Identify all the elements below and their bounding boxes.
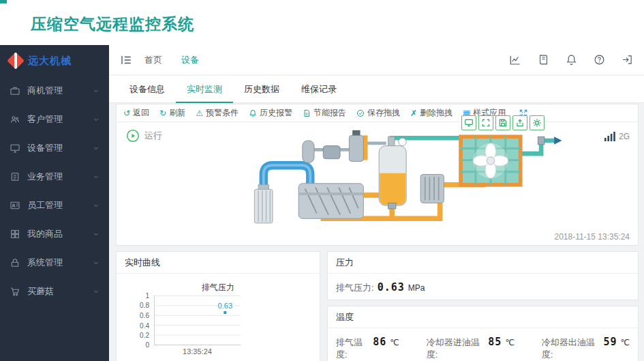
export-button[interactable] bbox=[512, 115, 527, 130]
save-drag-label: 保存拖拽 bbox=[367, 107, 400, 119]
topbar-actions bbox=[509, 54, 633, 66]
delete-drag-button[interactable]: ✗删除拖拽 bbox=[410, 107, 453, 119]
trend-chart-icon[interactable] bbox=[509, 54, 521, 66]
pressure-panel: 压力 排气压力: 0.63 MPa bbox=[327, 251, 639, 300]
pressure-readings: 排气压力: 0.63 MPa bbox=[328, 274, 638, 302]
logo[interactable]: 远大机械 bbox=[0, 45, 109, 76]
chevron-down-icon bbox=[93, 288, 99, 295]
sidebar: 远大机械 商机管理 客户管理 设备管理 业务管理 员工管理 我的商品 系统管理 bbox=[0, 45, 109, 361]
network-status: 2G bbox=[604, 132, 630, 141]
history-alarm-button[interactable]: 历史报警 bbox=[249, 107, 292, 119]
logo-text: 远大机械 bbox=[28, 55, 72, 68]
y-tick: 0.6 bbox=[117, 312, 149, 319]
sidebar-item-shop[interactable]: 买蘑菇 bbox=[0, 277, 109, 306]
top-navbar: 首页 设备 bbox=[109, 45, 644, 75]
undo-icon: ↺ bbox=[123, 109, 130, 117]
sidebar-item-label: 员工管理 bbox=[27, 199, 93, 212]
nav-tab-home[interactable]: 首页 bbox=[144, 54, 162, 66]
users-icon bbox=[10, 114, 20, 125]
cooler-oil-in-reading: 冷却器进油温度: 85 ℃ bbox=[427, 336, 515, 361]
tab-realtime-monitor[interactable]: 实时监测 bbox=[176, 76, 233, 103]
cooler-oil-out-reading: 冷却器出油温度: 59 ℃ bbox=[542, 336, 630, 361]
logout-icon[interactable] bbox=[622, 54, 633, 66]
pressure-label: 排气压力: bbox=[336, 282, 374, 294]
curve-panel-title: 实时曲线 bbox=[117, 252, 320, 274]
pressure-reading: 排气压力: 0.63 MPa bbox=[336, 281, 425, 294]
gear-icon[interactable] bbox=[530, 115, 545, 130]
back-button[interactable]: ↺返回 bbox=[123, 107, 149, 119]
network-type-label: 2G bbox=[619, 132, 630, 141]
play-circle-icon[interactable] bbox=[126, 129, 140, 143]
sidebar-item-label: 系统管理 bbox=[27, 257, 93, 269]
refresh-button[interactable]: ↻刷新 bbox=[159, 107, 185, 119]
y-tick: 0.2 bbox=[117, 332, 149, 339]
sidebar-item-my-products[interactable]: 我的商品 bbox=[0, 220, 109, 248]
energy-report-label: 节能报告 bbox=[313, 107, 346, 119]
id-card-icon bbox=[10, 200, 20, 211]
sidebar-item-label: 设备管理 bbox=[27, 142, 93, 154]
pressure-panel-title: 压力 bbox=[328, 252, 638, 274]
chart-point: 0.63 bbox=[218, 302, 232, 314]
clipboard-icon bbox=[10, 171, 20, 182]
chart-x-label: 13:35:24 bbox=[154, 347, 241, 356]
run-status: 运行 bbox=[126, 129, 162, 143]
temperature-panel: 温度 排气温度: 86 ℃ 冷却器进油温度: 85 ℃ 冷却器出油温度: 59 … bbox=[327, 306, 639, 361]
sidebar-item-label: 业务管理 bbox=[27, 171, 93, 183]
monitor-view-button[interactable] bbox=[461, 115, 476, 130]
exhaust-temp-reading: 排气温度: 86 ℃ bbox=[336, 336, 399, 361]
sidebar-item-customer[interactable]: 客户管理 bbox=[0, 105, 109, 134]
bell-icon[interactable] bbox=[566, 54, 577, 66]
cooler-oil-in-unit: ℃ bbox=[505, 338, 514, 347]
run-status-label: 运行 bbox=[144, 130, 162, 142]
delete-drag-label: 删除拖拽 bbox=[420, 107, 453, 119]
book-icon[interactable] bbox=[538, 54, 549, 66]
delete-icon: ✗ bbox=[410, 109, 417, 117]
sidebar-item-employee[interactable]: 员工管理 bbox=[0, 191, 109, 220]
temperature-panel-title: 温度 bbox=[328, 306, 638, 328]
chevron-down-icon bbox=[93, 202, 99, 209]
chevron-down-icon bbox=[93, 87, 99, 94]
y-tick: 0.8 bbox=[117, 302, 149, 309]
monitor-panel: ↺返回 ↻刷新 ⚠预警条件 历史报警 节能报告 保存拖拽 ✗删除拖拽 ▦样式应用… bbox=[116, 104, 639, 246]
main-area: 首页 设备 设备信息 实时监测 历史数据 维保记录 ↺返回 ↻刷新 ⚠预警条件 … bbox=[109, 45, 644, 361]
sidebar-item-operations[interactable]: 业务管理 bbox=[0, 162, 109, 191]
logo-diamond-icon bbox=[7, 52, 24, 69]
alert-condition-label: 预警条件 bbox=[206, 107, 239, 119]
sidebar-item-device[interactable]: 设备管理 bbox=[0, 134, 109, 162]
sidebar-item-business-opportunity[interactable]: 商机管理 bbox=[0, 76, 109, 105]
page-title: 压缩空气远程监控系统 bbox=[31, 14, 194, 35]
cooler-oil-out-unit: ℃ bbox=[621, 338, 630, 347]
refresh-icon: ↻ bbox=[159, 109, 166, 117]
last-update-timestamp: 2018-11-15 13:35:24 bbox=[554, 232, 630, 242]
cart-icon bbox=[10, 286, 20, 297]
energy-report-button[interactable]: 节能报告 bbox=[303, 107, 346, 119]
tab-maintenance-record[interactable]: 维保记录 bbox=[290, 76, 348, 103]
chevron-down-icon bbox=[93, 231, 99, 237]
save-drag-button[interactable]: 保存拖拽 bbox=[356, 107, 400, 119]
fullscreen-button[interactable] bbox=[478, 115, 493, 130]
tab-history-data[interactable]: 历史数据 bbox=[233, 76, 290, 103]
report-icon bbox=[303, 109, 311, 117]
monitor-icon bbox=[10, 143, 20, 154]
help-icon[interactable] bbox=[594, 54, 605, 66]
pressure-chart-plot: 0.63 bbox=[154, 295, 241, 345]
lock-icon bbox=[10, 257, 20, 268]
nav-tab-device[interactable]: 设备 bbox=[181, 54, 199, 66]
refresh-label: 刷新 bbox=[169, 107, 185, 119]
corner-accent bbox=[0, 0, 7, 3]
alarm-bell-icon bbox=[249, 109, 257, 117]
page-header: 压缩空气远程监控系统 bbox=[0, 0, 644, 45]
save-view-button[interactable] bbox=[495, 115, 510, 130]
chevron-down-icon bbox=[93, 116, 99, 123]
process-diagram bbox=[224, 128, 565, 235]
sidebar-item-label: 我的商品 bbox=[27, 228, 93, 240]
chart-point-label: 0.63 bbox=[218, 302, 232, 310]
alert-condition-button[interactable]: ⚠预警条件 bbox=[196, 107, 239, 119]
tab-device-info[interactable]: 设备信息 bbox=[119, 76, 176, 103]
warning-icon: ⚠ bbox=[196, 109, 203, 117]
cooler-oil-out-value: 59 bbox=[603, 336, 617, 348]
sidebar-item-system[interactable]: 系统管理 bbox=[0, 248, 109, 277]
chevron-down-icon bbox=[93, 259, 99, 266]
collapse-sidebar-icon[interactable] bbox=[120, 54, 132, 66]
check-circle-icon bbox=[356, 109, 365, 117]
